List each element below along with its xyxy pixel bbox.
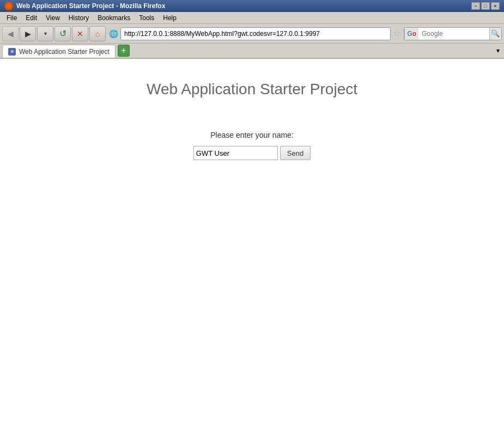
address-icon: 🌐 xyxy=(109,29,118,38)
tab-favicon-icon: ⊕ xyxy=(8,48,16,56)
google-search-box: G o 🔍 xyxy=(404,27,502,40)
google-logo: G o xyxy=(404,28,418,40)
restore-button[interactable]: □ xyxy=(481,2,490,10)
google-search-button[interactable]: 🔍 xyxy=(489,28,501,40)
google-search-input[interactable] xyxy=(418,28,489,40)
window-controls: − □ × xyxy=(471,2,500,10)
name-label: Please enter your name: xyxy=(210,131,294,139)
tab-label: Web Application Starter Project xyxy=(19,48,110,56)
back-button[interactable]: ◀ xyxy=(2,26,19,41)
close-button[interactable]: × xyxy=(491,2,500,10)
menu-tools[interactable]: Tools xyxy=(135,13,159,23)
firefox-logo-icon xyxy=(4,2,13,10)
minimize-button[interactable]: − xyxy=(471,2,480,10)
page-content: Web Application Starter Project Please e… xyxy=(0,59,504,434)
address-bar-container: 🌐 ☆ xyxy=(109,27,400,40)
dropdown-history-button[interactable]: ▾ xyxy=(37,26,53,41)
menu-edit[interactable]: Edit xyxy=(21,13,41,23)
name-input[interactable] xyxy=(193,146,278,160)
google-icon: G xyxy=(407,30,412,38)
form-section: Please enter your name: Send xyxy=(193,131,311,160)
menu-help[interactable]: Help xyxy=(159,13,181,23)
tab-bar: ⊕ Web Application Starter Project + ▾ xyxy=(0,44,504,59)
home-button[interactable]: ⌂ xyxy=(89,26,106,41)
forward-button[interactable]: ▶ xyxy=(20,26,36,41)
new-tab-button[interactable]: + xyxy=(118,45,130,57)
window-title: Web Application Starter Project - Mozill… xyxy=(16,2,165,10)
toolbar: ◀ ▶ ▾ ↺ ✕ ⌂ 🌐 ☆ G o 🔍 xyxy=(0,24,504,44)
stop-button[interactable]: ✕ xyxy=(72,26,88,41)
menu-bar: File Edit View History Bookmarks Tools H… xyxy=(0,12,504,24)
tab-list-dropdown[interactable]: ▾ xyxy=(494,46,502,56)
title-bar: Web Application Starter Project - Mozill… xyxy=(0,0,504,12)
form-row: Send xyxy=(193,146,311,160)
menu-view[interactable]: View xyxy=(41,13,64,23)
reload-button[interactable]: ↺ xyxy=(54,26,71,41)
menu-file[interactable]: File xyxy=(2,13,21,23)
send-button[interactable]: Send xyxy=(280,146,311,160)
google-icon-2: o xyxy=(412,30,416,38)
bookmark-star-icon[interactable]: ☆ xyxy=(393,28,400,39)
menu-history[interactable]: History xyxy=(64,13,93,23)
active-tab[interactable]: ⊕ Web Application Starter Project xyxy=(2,45,116,58)
menu-bookmarks[interactable]: Bookmarks xyxy=(93,13,135,23)
page-heading: Web Application Starter Project xyxy=(147,81,357,98)
address-input[interactable] xyxy=(120,27,391,40)
